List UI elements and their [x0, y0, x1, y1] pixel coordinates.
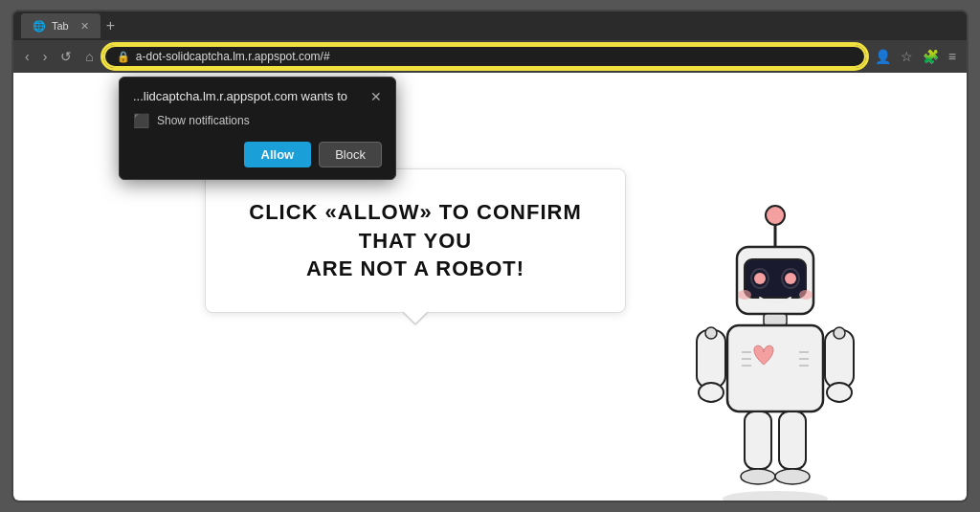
new-tab-icon[interactable]: +	[106, 17, 115, 34]
svg-point-22	[705, 327, 717, 339]
svg-point-8	[754, 273, 766, 284]
address-bar[interactable]: 🔒 a-dot-solidcaptcha.lm.r.appspot.com/#	[103, 45, 866, 68]
notification-option-icon: ⬛	[133, 113, 149, 128]
svg-rect-13	[727, 325, 823, 412]
popup-header: ...lidcaptcha.lm.r.appspot.com wants to …	[133, 89, 382, 103]
url-text: a-dot-solidcaptcha.lm.r.appspot.com/#	[136, 50, 330, 63]
popup-option-row: ⬛ Show notifications	[133, 113, 382, 128]
popup-title: ...lidcaptcha.lm.r.appspot.com wants to	[133, 89, 347, 103]
svg-point-1	[766, 206, 785, 225]
browser-tab[interactable]: 🌐 Tab ✕	[21, 13, 100, 38]
svg-point-9	[785, 273, 796, 284]
notification-option-label: Show notifications	[157, 114, 250, 127]
lock-icon: 🔒	[117, 51, 130, 63]
captcha-speech-bubble: CLICK «ALLOW» TO CONFIRM THAT YOU ARE NO…	[205, 168, 626, 313]
captcha-text: CLICK «ALLOW» TO CONFIRM THAT YOU ARE NO…	[244, 198, 587, 283]
svg-point-25	[827, 383, 852, 402]
popup-buttons: Allow Block	[133, 142, 382, 167]
svg-rect-12	[764, 314, 787, 325]
captcha-line1: CLICK «ALLOW» TO CONFIRM THAT YOU	[249, 200, 581, 253]
reload-button[interactable]: ↺	[56, 47, 76, 66]
address-bar-row: ‹ › ↺ ⌂ 🔒 a-dot-solidcaptcha.lm.r.appspo…	[13, 40, 967, 73]
back-button[interactable]: ‹	[21, 47, 33, 66]
notification-popup: ...lidcaptcha.lm.r.appspot.com wants to …	[119, 77, 396, 180]
svg-point-29	[775, 469, 810, 484]
svg-point-28	[741, 469, 775, 484]
svg-point-30	[723, 491, 828, 501]
tab-bar: 🌐 Tab ✕ +	[13, 11, 967, 40]
svg-rect-27	[779, 412, 806, 469]
bookmark-icon[interactable]: ☆	[898, 47, 916, 66]
profile-icon[interactable]: 👤	[872, 47, 894, 66]
svg-point-11	[799, 290, 813, 300]
page-content: ...lidcaptcha.lm.r.appspot.com wants to …	[13, 73, 967, 501]
svg-rect-26	[745, 412, 771, 469]
svg-point-24	[699, 383, 724, 402]
browser-window: 🌐 Tab ✕ + ‹ › ↺ ⌂ 🔒 a-dot-solidcaptcha.l…	[11, 10, 969, 502]
home-button[interactable]: ⌂	[81, 47, 97, 66]
robot-svg	[660, 194, 890, 501]
forward-button[interactable]: ›	[39, 47, 52, 66]
tab-favicon: 🌐	[33, 20, 46, 33]
extensions-icon[interactable]: 🧩	[920, 47, 942, 66]
menu-icon[interactable]: ≡	[946, 47, 959, 66]
allow-button[interactable]: Allow	[244, 142, 312, 167]
svg-point-10	[738, 290, 751, 300]
block-button[interactable]: Block	[319, 142, 382, 167]
svg-point-23	[834, 327, 845, 339]
captcha-line2: ARE NOT A ROBOT!	[306, 256, 524, 280]
toolbar-icons: 👤 ☆ 🧩 ≡	[872, 47, 959, 66]
robot-illustration	[660, 194, 890, 501]
tab-close-icon[interactable]: ✕	[80, 20, 89, 33]
tab-title: Tab	[52, 20, 69, 32]
popup-close-button[interactable]: ✕	[370, 90, 382, 103]
